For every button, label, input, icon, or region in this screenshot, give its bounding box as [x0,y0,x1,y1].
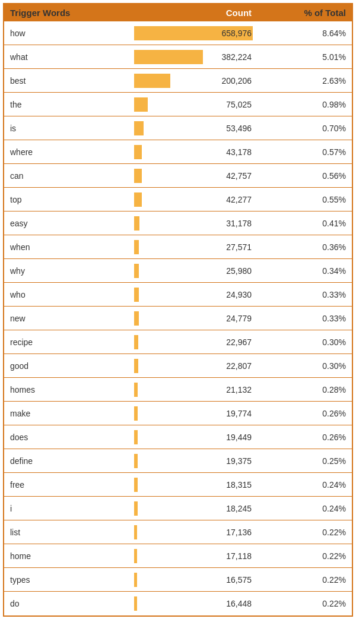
word-cell: do [4,599,134,608]
count-bar-cell: 658,976 [134,29,258,38]
count-value: 19,375 [226,456,252,466]
bar-indicator [134,596,137,611]
header-word: Trigger Words [4,8,134,18]
count-value: 43,178 [226,147,252,157]
header-count: Count [134,8,258,18]
bar-indicator [134,454,138,468]
pct-cell: 0.24% [258,504,352,513]
word-cell: what [4,52,134,62]
count-value: 18,245 [226,504,252,513]
bar-indicator [134,145,142,159]
word-cell: make [4,409,134,418]
table-row: do 16,448 0.22% [4,592,352,615]
count-value: 31,178 [226,219,252,228]
pct-cell: 0.24% [258,480,352,490]
bar-indicator [134,383,138,397]
word-cell: top [4,195,134,204]
word-cell: home [4,551,134,561]
table-header: Trigger Words Count % of Total [4,4,352,21]
word-cell: who [4,290,134,299]
pct-cell: 0.22% [258,599,352,608]
word-cell: recipe [4,337,134,347]
count-bar-cell: 24,930 [134,290,258,299]
word-cell: why [4,266,134,276]
count-value: 17,136 [226,528,252,537]
table-row: good 22,807 0.30% [4,354,352,378]
bar-indicator [134,549,137,563]
pct-cell: 0.34% [258,266,352,276]
table-row: who 24,930 0.33% [4,283,352,307]
count-bar-cell: 27,571 [134,242,258,252]
count-value: 19,774 [226,409,252,418]
word-cell: the [4,100,134,109]
count-value: 24,779 [226,314,252,323]
count-value: 53,496 [226,124,252,133]
bar-indicator [134,573,137,587]
pct-cell: 0.22% [258,575,352,585]
bar-indicator [134,359,138,373]
word-cell: good [4,361,134,371]
pct-cell: 0.33% [258,314,352,323]
pct-cell: 0.33% [258,290,352,299]
count-bar-cell: 17,136 [134,528,258,537]
table-row: the 75,025 0.98% [4,93,352,116]
table-row: is 53,496 0.70% [4,116,352,140]
pct-cell: 0.70% [258,124,352,133]
count-bar-cell: 42,277 [134,195,258,204]
word-cell: define [4,456,134,466]
table-row: easy 31,178 0.41% [4,211,352,235]
count-bar-cell: 42,757 [134,171,258,181]
count-value: 16,448 [226,599,252,608]
count-value: 17,118 [226,551,252,561]
word-cell: does [4,433,134,442]
word-cell: types [4,575,134,585]
word-cell: can [4,171,134,181]
word-cell: list [4,528,134,537]
word-cell: when [4,242,134,252]
pct-cell: 0.26% [258,433,352,442]
table-row: new 24,779 0.33% [4,307,352,330]
table-row: types 16,575 0.22% [4,568,352,592]
pct-cell: 0.98% [258,100,352,109]
count-bar-cell: 18,245 [134,504,258,513]
table-row: home 17,118 0.22% [4,544,352,568]
count-value: 42,277 [226,195,252,204]
table-row: recipe 22,967 0.30% [4,330,352,354]
count-value: 25,980 [226,266,252,276]
table-row: where 43,178 0.57% [4,140,352,164]
count-bar-cell: 22,807 [134,361,258,371]
word-cell: where [4,147,134,157]
count-bar-cell: 16,575 [134,575,258,585]
count-bar-cell: 21,132 [134,385,258,394]
pct-cell: 8.64% [258,29,352,38]
bar-indicator [134,169,142,183]
pct-cell: 0.26% [258,409,352,418]
bar-indicator [134,192,142,207]
bar-indicator [134,240,139,254]
count-bar-cell: 200,206 [134,76,258,86]
pct-cell: 0.22% [258,551,352,561]
count-value: 16,575 [226,575,252,585]
count-value: 658,976 [221,29,252,38]
count-value: 75,025 [226,100,252,109]
word-cell: best [4,76,134,86]
table-row: can 42,757 0.56% [4,164,352,188]
table-row: free 18,315 0.24% [4,473,352,497]
word-cell: is [4,124,134,133]
count-bar-cell: 24,779 [134,314,258,323]
bar-indicator [134,430,138,444]
bar-indicator [134,97,148,112]
count-bar-cell: 22,967 [134,337,258,347]
bar-indicator [134,335,138,349]
count-bar-cell: 25,980 [134,266,258,276]
bar-indicator [134,74,170,88]
bar-indicator [134,216,139,231]
pct-cell: 0.30% [258,361,352,371]
pct-cell: 0.56% [258,171,352,181]
count-value: 200,206 [221,76,252,86]
count-bar-cell: 17,118 [134,551,258,561]
table-row: when 27,571 0.36% [4,235,352,259]
word-cell: easy [4,219,134,228]
count-bar-cell: 31,178 [134,219,258,228]
bar-indicator [134,478,138,492]
